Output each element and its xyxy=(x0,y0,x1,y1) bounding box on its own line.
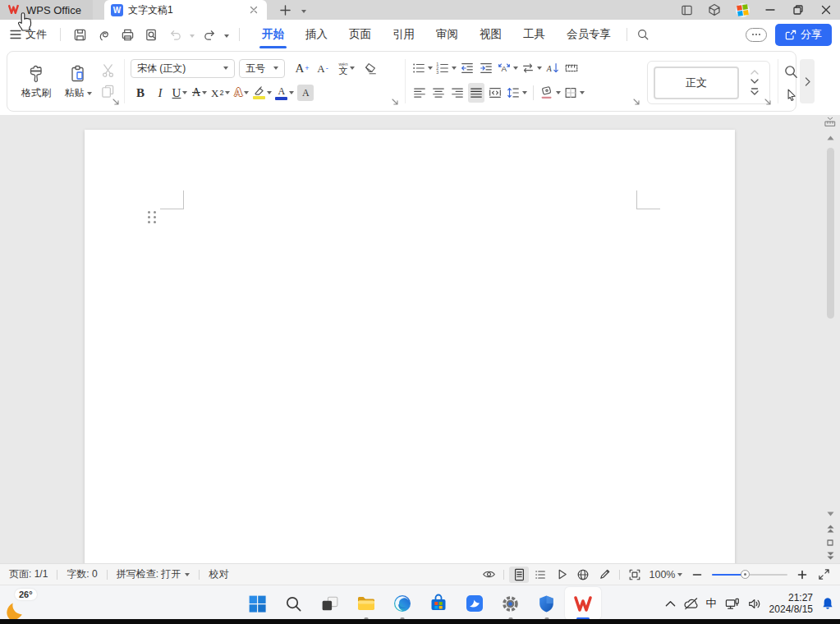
fit-page-button[interactable] xyxy=(625,567,645,583)
more-options-icon[interactable] xyxy=(746,28,767,42)
export-pdf-button[interactable] xyxy=(94,25,112,44)
redo-button[interactable] xyxy=(200,25,218,44)
align-left-button[interactable] xyxy=(411,83,428,103)
bold-button[interactable]: B xyxy=(132,83,149,103)
tab-view[interactable]: 视图 xyxy=(469,20,512,49)
font-color-button[interactable]: A xyxy=(275,83,294,103)
tab-references[interactable]: 引用 xyxy=(382,20,425,49)
increase-indent-button[interactable] xyxy=(478,58,494,78)
align-right-button[interactable] xyxy=(449,83,466,103)
tab-list-chevron-icon[interactable] xyxy=(301,4,306,16)
page-view-button[interactable] xyxy=(509,567,529,583)
paragraph-dialog-launcher[interactable] xyxy=(633,99,641,107)
eye-protection-button[interactable] xyxy=(479,567,498,583)
new-tab-button[interactable] xyxy=(277,0,295,20)
next-page-button[interactable] xyxy=(822,549,838,562)
zoom-slider-thumb[interactable] xyxy=(741,570,750,579)
highlight-color-button[interactable] xyxy=(253,83,272,103)
save-button[interactable] xyxy=(71,25,89,44)
tab-member[interactable]: 会员专享 xyxy=(556,20,622,49)
network-icon[interactable] xyxy=(724,597,740,611)
tab-page[interactable]: 页面 xyxy=(338,20,382,49)
onedrive-offline-icon[interactable] xyxy=(683,597,699,610)
redo-options-chevron-icon[interactable] xyxy=(224,29,229,40)
char-shading-button[interactable]: A xyxy=(297,85,314,101)
task-view-button[interactable] xyxy=(312,587,348,620)
clear-format-button[interactable] xyxy=(362,58,379,78)
kingsoft-docs-button[interactable] xyxy=(457,587,493,620)
tab-review[interactable]: 审阅 xyxy=(425,20,469,49)
undo-options-chevron-icon[interactable] xyxy=(190,29,195,40)
phonetic-guide-button[interactable]: wén文 xyxy=(338,58,355,78)
proofread-button[interactable]: 校对 xyxy=(200,567,237,581)
wps-office-taskbar-button[interactable] xyxy=(565,587,601,620)
restore-button[interactable] xyxy=(786,0,810,20)
microsoft-store-button[interactable] xyxy=(420,587,457,620)
minimize-button[interactable] xyxy=(758,0,783,20)
scroll-up-icon[interactable] xyxy=(822,131,838,145)
ribbon-search-icon[interactable] xyxy=(634,25,652,44)
play-fullscreen-button[interactable] xyxy=(552,567,571,583)
cut-button[interactable] xyxy=(99,60,116,80)
bullet-list-button[interactable] xyxy=(411,58,433,78)
font-dialog-launcher[interactable] xyxy=(392,99,400,107)
document-page[interactable] xyxy=(85,130,735,590)
spellcheck-toggle[interactable]: 拼写检查: 打开 xyxy=(108,567,200,581)
strikethrough-button[interactable]: A xyxy=(191,83,208,103)
zoom-slider[interactable] xyxy=(712,567,787,583)
font-name-select[interactable]: 宋体 (正文) xyxy=(131,59,235,78)
close-tab-icon[interactable] xyxy=(247,5,260,15)
tab-insert[interactable]: 插入 xyxy=(295,20,338,49)
edge-browser-button[interactable] xyxy=(384,587,420,620)
word-count[interactable]: 字数: 0 xyxy=(57,567,106,581)
outline-view-button[interactable] xyxy=(530,567,550,583)
scroll-down-icon[interactable] xyxy=(822,507,838,521)
zoom-level-select[interactable]: 100% xyxy=(646,567,686,583)
ruler-toggle-button[interactable] xyxy=(822,116,838,129)
borders-button[interactable] xyxy=(563,83,585,103)
zoom-in-button[interactable] xyxy=(792,567,812,583)
select-button[interactable] xyxy=(783,85,799,104)
format-painter-button[interactable]: 格式刷 xyxy=(14,57,58,107)
style-scroll-down-icon[interactable] xyxy=(750,79,759,84)
text-effects-button[interactable]: A xyxy=(233,83,250,103)
text-tool-button[interactable]: A xyxy=(497,58,518,78)
notifications-bell-icon[interactable] xyxy=(820,596,835,611)
file-explorer-button[interactable] xyxy=(348,587,384,620)
paragraph-drag-handle[interactable] xyxy=(148,211,156,223)
justify-button[interactable] xyxy=(468,83,484,103)
style-item-body-text[interactable]: 正文 xyxy=(654,67,739,99)
find-replace-button[interactable] xyxy=(783,62,799,81)
undo-button[interactable] xyxy=(166,25,184,44)
style-gallery-expand-icon[interactable] xyxy=(750,88,759,95)
ribbon-expand-button[interactable] xyxy=(800,59,815,103)
sort-button[interactable]: A xyxy=(544,58,561,78)
styles-dialog-launcher[interactable] xyxy=(764,99,773,107)
ime-indicator[interactable]: 中 xyxy=(706,596,717,611)
home-tab[interactable]: WPS Office xyxy=(0,0,93,20)
editing-marks-button[interactable] xyxy=(563,58,580,78)
windows-security-button[interactable] xyxy=(529,587,565,620)
tab-tools[interactable]: 工具 xyxy=(512,20,556,49)
scrollbar-thumb[interactable] xyxy=(827,148,834,319)
print-button[interactable] xyxy=(118,25,136,44)
clock[interactable]: 21:27 2024/8/15 xyxy=(769,592,813,615)
clipboard-dialog-launcher[interactable] xyxy=(112,99,121,107)
increase-font-button[interactable]: A+ xyxy=(294,58,310,78)
select-browse-object-button[interactable] xyxy=(822,536,838,549)
align-center-button[interactable] xyxy=(430,83,447,103)
account-avatar[interactable] xyxy=(730,0,755,20)
integrations-cube-icon[interactable] xyxy=(702,0,727,20)
shading-button[interactable] xyxy=(539,83,561,103)
file-menu-button[interactable]: 文件 xyxy=(0,27,55,42)
taskbar-search-button[interactable] xyxy=(276,587,312,620)
zoom-out-button[interactable] xyxy=(687,567,707,583)
underline-button[interactable]: U xyxy=(172,83,188,103)
numbered-list-button[interactable]: 123 xyxy=(435,58,457,78)
web-layout-button[interactable] xyxy=(573,567,593,583)
previous-page-button[interactable] xyxy=(822,522,838,535)
weather-widget[interactable]: 26° xyxy=(3,587,46,622)
document-tab[interactable]: W 文字文稿1 xyxy=(104,0,267,20)
print-preview-button[interactable] xyxy=(142,25,160,44)
font-size-select[interactable]: 五号 xyxy=(239,59,285,78)
